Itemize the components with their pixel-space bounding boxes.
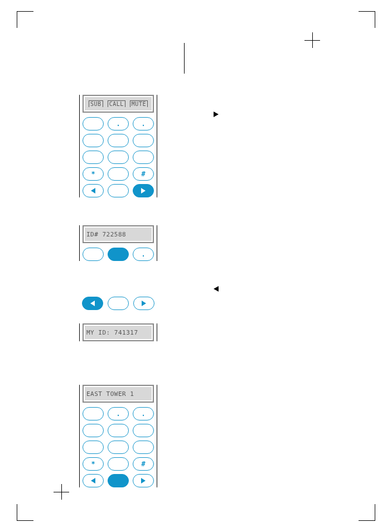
key-blank-c[interactable] bbox=[108, 248, 129, 261]
lcd-softkeys: SUB CALL MUTE bbox=[83, 95, 154, 113]
key-r2c1[interactable] bbox=[83, 424, 104, 437]
softkey-mute: MUTE bbox=[130, 100, 148, 107]
chevron-right-icon bbox=[141, 478, 146, 483]
key-r2c3[interactable] bbox=[133, 424, 154, 437]
key-0-2[interactable] bbox=[108, 457, 129, 471]
nav-right-key-2[interactable] bbox=[133, 297, 154, 310]
key-5[interactable] bbox=[108, 134, 129, 147]
key-blank-r[interactable]: . bbox=[133, 248, 154, 261]
key-r3c2[interactable] bbox=[108, 441, 129, 454]
back-icon bbox=[214, 286, 219, 292]
softkey-sub: SUB bbox=[89, 100, 103, 107]
key-hash-2[interactable]: # bbox=[133, 457, 154, 471]
lcd-my-id: MY ID: 741317 bbox=[83, 323, 154, 341]
lcd-label-entry: EAST TOWER 1 bbox=[83, 385, 154, 403]
play-icon bbox=[214, 112, 219, 117]
chevron-left-icon bbox=[91, 188, 95, 194]
center-mark bbox=[184, 43, 185, 74]
nav-left-key[interactable] bbox=[83, 184, 104, 197]
key-r1c1[interactable] bbox=[83, 407, 104, 420]
nav-center-key-2[interactable] bbox=[108, 297, 129, 310]
key-4[interactable] bbox=[83, 134, 104, 147]
keypad-1: . . * # bbox=[83, 117, 154, 197]
phone-panel-2: ID# 722588 . bbox=[79, 225, 157, 261]
key-6[interactable] bbox=[133, 134, 154, 147]
lcd-id-entry: ID# 722588 bbox=[83, 225, 154, 243]
key-r1c3[interactable]: . bbox=[133, 407, 154, 420]
phone-panel-4: EAST TOWER 1 . . * # bbox=[79, 385, 157, 487]
nav-right-key-3[interactable] bbox=[133, 474, 154, 487]
key-2[interactable]: . bbox=[108, 117, 129, 130]
key-8[interactable] bbox=[108, 151, 129, 164]
key-r3c3[interactable] bbox=[133, 441, 154, 454]
key-hash[interactable]: # bbox=[133, 167, 154, 181]
phone-panel-3: MY ID: 741317 bbox=[79, 323, 157, 341]
softkey-call: CALL bbox=[108, 100, 125, 107]
nav-center-key[interactable] bbox=[108, 184, 129, 197]
key-0[interactable] bbox=[108, 167, 129, 181]
key-star-2[interactable]: * bbox=[83, 457, 104, 471]
key-r2c2[interactable] bbox=[108, 424, 129, 437]
phone-panel-1: SUB CALL MUTE . . * # bbox=[79, 95, 157, 197]
nav-left-key-3[interactable] bbox=[83, 474, 104, 487]
key-9[interactable] bbox=[133, 151, 154, 164]
key-3[interactable]: . bbox=[133, 117, 154, 130]
key-1[interactable] bbox=[83, 117, 104, 130]
chevron-right-icon bbox=[142, 301, 146, 306]
nav-left-key-2[interactable] bbox=[82, 297, 103, 310]
nav-row-standalone bbox=[79, 297, 157, 310]
key-r1c2[interactable]: . bbox=[108, 407, 129, 420]
chevron-right-icon bbox=[141, 188, 146, 194]
nav-center-key-3[interactable] bbox=[108, 474, 129, 487]
nav-right-key[interactable] bbox=[133, 184, 154, 197]
key-7[interactable] bbox=[83, 151, 104, 164]
key-blank-l[interactable] bbox=[83, 248, 104, 261]
key-r3c1[interactable] bbox=[83, 441, 104, 454]
chevron-left-icon bbox=[91, 478, 95, 483]
key-star[interactable]: * bbox=[83, 167, 104, 181]
chevron-left-icon bbox=[90, 301, 95, 306]
